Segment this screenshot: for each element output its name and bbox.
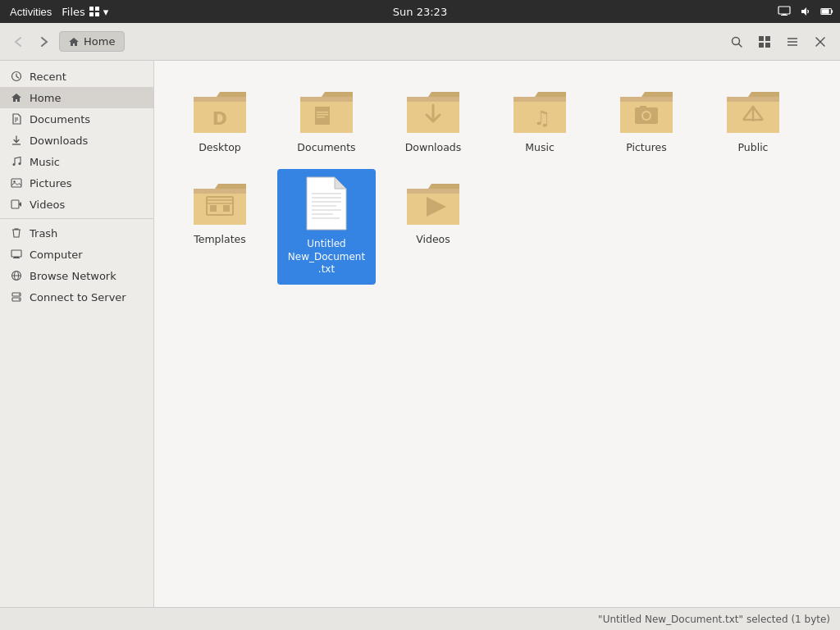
file-item-untitled[interactable]: Untitled New_Document.txt xyxy=(277,169,376,285)
svg-text:♫: ♫ xyxy=(533,107,551,130)
file-label-documents: Documents xyxy=(297,141,355,154)
svg-point-27 xyxy=(13,163,16,166)
system-bar-left: Activities Files ▾ xyxy=(7,4,108,20)
search-icon xyxy=(730,35,743,48)
svg-rect-35 xyxy=(13,258,20,258)
svg-rect-0 xyxy=(89,7,94,11)
file-item-public[interactable]: Public xyxy=(704,77,802,161)
svg-point-42 xyxy=(19,299,21,300)
svg-rect-47 xyxy=(317,116,325,118)
svg-rect-53 xyxy=(640,106,646,108)
screen-icon xyxy=(778,5,791,18)
downloads-sidebar-icon xyxy=(10,134,23,147)
sidebar-item-browse-network[interactable]: Browse Network xyxy=(0,265,153,286)
pictures-icon xyxy=(10,176,23,189)
music-icon xyxy=(10,155,23,168)
app-name-label: Files xyxy=(62,6,85,18)
home-label: Home xyxy=(84,35,115,48)
sidebar-label-connect-server: Connect to Server xyxy=(30,291,126,304)
svg-rect-29 xyxy=(11,179,21,187)
home-sidebar-icon xyxy=(10,91,23,104)
svg-point-41 xyxy=(19,294,21,295)
sidebar-label-recent: Recent xyxy=(30,71,66,83)
sidebar-label-pictures: Pictures xyxy=(30,177,71,189)
sidebar-item-home[interactable]: Home xyxy=(0,87,153,108)
sidebar-item-recent[interactable]: Recent xyxy=(0,66,153,87)
folder-public-icon xyxy=(724,84,783,136)
files-window: Home xyxy=(0,23,840,630)
sidebar-label-home: Home xyxy=(30,92,61,104)
svg-marker-7 xyxy=(801,7,806,16)
svg-rect-60 xyxy=(223,205,230,212)
sidebar-label-trash: Trash xyxy=(30,227,57,240)
svg-rect-59 xyxy=(210,205,217,212)
system-bar-right xyxy=(778,5,833,18)
sidebar-item-computer[interactable]: Computer xyxy=(0,244,153,265)
svg-rect-3 xyxy=(95,12,99,16)
activities-button[interactable]: Activities xyxy=(7,4,55,20)
txt-file-icon xyxy=(304,176,349,231)
file-item-videos[interactable]: Videos xyxy=(384,169,482,285)
battery-icon xyxy=(820,5,833,18)
videos-sidebar-icon xyxy=(10,198,23,211)
sidebar-item-trash[interactable]: Trash xyxy=(0,222,153,244)
menu-button[interactable] xyxy=(779,29,806,55)
status-text: "Untitled New_Document.txt" selected (1 … xyxy=(598,614,830,625)
file-item-documents[interactable]: Documents xyxy=(277,77,376,161)
svg-rect-9 xyxy=(831,10,833,13)
file-item-downloads[interactable]: Downloads xyxy=(384,77,482,161)
sidebar-item-documents[interactable]: Documents xyxy=(0,108,153,130)
svg-line-12 xyxy=(739,43,742,47)
close-button[interactable] xyxy=(807,29,833,55)
file-label-untitled: Untitled New_Document.txt xyxy=(284,236,369,278)
folder-videos-icon xyxy=(404,176,463,228)
sidebar-item-downloads[interactable]: Downloads xyxy=(0,130,153,151)
trash-icon xyxy=(10,226,23,240)
file-item-music[interactable]: ♫ Music xyxy=(491,77,589,161)
svg-point-28 xyxy=(19,162,21,165)
folder-templates-icon xyxy=(190,176,249,228)
svg-rect-16 xyxy=(765,43,770,48)
sidebar-item-videos[interactable]: Videos xyxy=(0,194,153,215)
file-label-desktop: Desktop xyxy=(199,141,241,154)
svg-rect-10 xyxy=(822,9,829,13)
sidebar-item-music[interactable]: Music xyxy=(0,151,153,172)
file-label-music: Music xyxy=(525,141,555,154)
file-item-templates[interactable]: Templates xyxy=(171,169,269,285)
grid-view-button[interactable] xyxy=(751,29,778,55)
svg-text:D: D xyxy=(212,108,227,129)
svg-rect-34 xyxy=(14,257,19,258)
file-label-pictures: Pictures xyxy=(626,141,667,154)
back-button[interactable] xyxy=(7,30,30,53)
folder-music-icon: ♫ xyxy=(510,84,569,136)
toolbar: Home xyxy=(0,23,840,61)
sidebar-item-pictures[interactable]: Pictures xyxy=(0,172,153,194)
file-label-videos: Videos xyxy=(416,233,450,246)
content-area: Recent Home Documents Downloads xyxy=(0,61,840,607)
sidebar: Recent Home Documents Downloads xyxy=(0,61,154,607)
file-item-pictures[interactable]: Pictures xyxy=(597,77,696,161)
folder-desktop-icon: D xyxy=(190,84,249,136)
network-icon xyxy=(10,269,23,282)
computer-icon xyxy=(10,248,23,261)
home-button[interactable]: Home xyxy=(59,31,125,52)
file-item-desktop[interactable]: D Desktop xyxy=(171,77,269,161)
search-button[interactable] xyxy=(724,29,750,55)
folder-downloads-icon xyxy=(404,84,463,136)
svg-rect-2 xyxy=(89,12,94,16)
sidebar-item-connect-server[interactable]: Connect to Server xyxy=(0,286,153,308)
system-bar: Activities Files ▾ Sun 23:23 xyxy=(0,0,840,23)
hamburger-icon xyxy=(786,35,799,48)
sidebar-label-documents: Documents xyxy=(30,113,90,126)
recent-icon xyxy=(10,70,23,83)
svg-rect-15 xyxy=(759,43,764,48)
svg-rect-4 xyxy=(778,7,790,14)
svg-rect-5 xyxy=(783,14,786,15)
file-label-templates: Templates xyxy=(194,233,246,246)
svg-rect-6 xyxy=(781,15,788,16)
forward-button[interactable] xyxy=(33,30,56,53)
files-menu[interactable]: Files ▾ xyxy=(62,6,108,18)
folder-pictures-icon xyxy=(617,84,676,136)
file-area: D Desktop Documents xyxy=(154,61,840,607)
sidebar-label-music: Music xyxy=(30,156,60,168)
